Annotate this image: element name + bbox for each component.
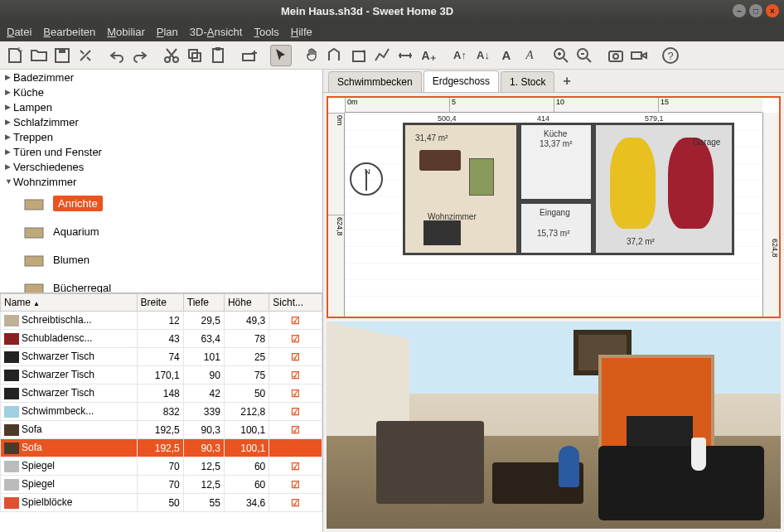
open-button[interactable] <box>28 45 50 66</box>
catalog-item-shelf[interactable]: Bücherregal <box>0 273 322 293</box>
tab-1-stock[interactable]: 1. Stock <box>501 71 554 92</box>
plan-view[interactable]: 0m51015 0m624,8 624,8 N 500,4 414 579,1 … <box>327 96 781 318</box>
col-2[interactable]: Tiefe <box>183 294 224 312</box>
vase-3d <box>559 446 579 487</box>
col-0[interactable]: Name <box>1 294 138 312</box>
table-row[interactable]: Schreibtischla...1229,549,3☑ <box>1 312 322 330</box>
category-badezimmer[interactable]: ▶Badezimmer <box>0 70 322 85</box>
menu-mobiliar[interactable]: Mobiliar <box>107 26 145 38</box>
catalog-item-aquarium[interactable]: Aquarium <box>0 217 322 245</box>
menu-3d-ansicht[interactable]: 3D-Ansicht <box>190 26 243 38</box>
create-text-tool[interactable]: A₊ <box>418 45 439 66</box>
add-furniture-button[interactable] <box>239 45 260 66</box>
room-area: 31,47 m² <box>415 133 448 143</box>
rug-icon[interactable] <box>469 158 494 196</box>
dimension-label: 414 <box>535 114 551 123</box>
create-walls-tool[interactable] <box>325 45 346 66</box>
close-button[interactable]: × <box>766 4 779 17</box>
menu-plan[interactable]: Plan <box>157 26 178 38</box>
text-bold-button[interactable]: A <box>496 45 517 66</box>
table-row[interactable]: Sofa192,590,3100,1☑ <box>1 439 322 457</box>
visible-checkbox[interactable]: ☑ <box>291 497 300 509</box>
table-row[interactable]: Schwimmbeck...832339212,8☑ <box>1 403 322 421</box>
furniture-list[interactable]: NameBreiteTiefeHöheSicht...Schreibtischl… <box>0 293 322 532</box>
category-schlafzimmer[interactable]: ▶Schlafzimmer <box>0 114 322 129</box>
aquarium-icon <box>22 221 46 241</box>
table-row[interactable]: Schubladensc...4363,478☑ <box>1 330 322 348</box>
create-polyline-tool[interactable] <box>371 45 393 66</box>
category-treppen[interactable]: ▶Treppen <box>0 129 322 144</box>
create-room-tool[interactable] <box>348 45 370 66</box>
visible-checkbox[interactable]: ☑ <box>291 351 300 363</box>
table-row[interactable]: Spielblöcke505534,6☑ <box>1 494 322 512</box>
table-row[interactable]: Schwarzer Tisch1484250☑ <box>1 384 322 403</box>
menu-tools[interactable]: Tools <box>254 26 278 38</box>
room-label: Garage <box>693 138 720 147</box>
text-italic-button[interactable]: A <box>519 45 540 66</box>
zoom-in-button[interactable] <box>550 45 572 66</box>
visible-checkbox[interactable]: ☑ <box>291 424 300 436</box>
table-row[interactable]: Spiegel7012,560☑ <box>1 476 322 494</box>
redo-button[interactable] <box>129 45 151 66</box>
furniture-catalog[interactable]: ▶Badezimmer▶Küche▶Lampen▶Schlafzimmer▶Tr… <box>0 70 322 293</box>
undo-button[interactable] <box>106 45 128 66</box>
visible-checkbox[interactable]: ☑ <box>291 370 300 381</box>
bottle-3d <box>691 438 706 471</box>
cut-button[interactable] <box>161 45 182 66</box>
category-wohnzimmer[interactable]: ▼Wohnzimmer <box>0 174 322 189</box>
paste-button[interactable] <box>207 45 229 66</box>
add-level-button[interactable]: + <box>556 70 577 92</box>
menu-bearbeiten[interactable]: Bearbeiten <box>43 26 95 38</box>
ruler-vertical-left: 0m624,8 <box>328 113 345 317</box>
catalog-item-flowers[interactable]: Blumen <box>0 245 322 273</box>
tab-schwimmbecken[interactable]: Schwimmbecken <box>328 71 422 92</box>
visible-checkbox[interactable]: ☑ <box>291 333 300 345</box>
maximize-button[interactable]: □ <box>749 4 762 17</box>
col-4[interactable]: Sicht... <box>269 294 322 312</box>
table-row[interactable]: Schwarzer Tisch7410125☑ <box>1 348 322 366</box>
col-1[interactable]: Breite <box>137 294 183 312</box>
tab-erdgeschoss[interactable]: Erdgeschoss <box>423 70 499 92</box>
category-lampen[interactable]: ▶Lampen <box>0 99 322 114</box>
menu-datei[interactable]: Datei <box>7 26 31 38</box>
minimize-button[interactable]: – <box>733 4 746 17</box>
select-tool[interactable] <box>270 45 292 66</box>
video-button[interactable] <box>628 45 650 66</box>
preferences-button[interactable] <box>75 45 96 66</box>
visible-checkbox[interactable]: ☑ <box>291 461 300 472</box>
table-row[interactable]: Spiegel7012,560☑ <box>1 457 322 476</box>
category-türen-und-fenster[interactable]: ▶Türen und Fenster <box>0 144 322 159</box>
window-title: Mein Haus.sh3d - Sweet Home 3D <box>5 5 729 17</box>
table-icon[interactable] <box>423 220 461 245</box>
visible-checkbox[interactable]: ☑ <box>291 443 300 454</box>
help-button[interactable]: ? <box>660 45 681 66</box>
menu-hilfe[interactable]: Hilfe <box>291 26 312 38</box>
photo-button[interactable] <box>605 45 627 66</box>
room-area: 13,37 m² <box>540 139 572 148</box>
svg-rect-18 <box>25 228 43 238</box>
col-3[interactable]: Höhe <box>224 294 269 312</box>
svg-text:?: ? <box>667 50 673 62</box>
new-button[interactable] <box>5 45 27 66</box>
copy-button[interactable] <box>184 45 206 66</box>
view-3d[interactable] <box>327 322 781 529</box>
visible-checkbox[interactable]: ☑ <box>291 315 300 326</box>
visible-checkbox[interactable]: ☑ <box>291 479 300 491</box>
visible-checkbox[interactable]: ☑ <box>291 388 300 399</box>
pan-tool[interactable] <box>302 45 323 66</box>
save-button[interactable] <box>51 45 73 66</box>
text-increase-button[interactable]: A↑ <box>449 45 471 66</box>
room-area: 15,73 m² <box>537 229 569 238</box>
zoom-out-button[interactable] <box>573 45 595 66</box>
category-verschiedenes[interactable]: ▶Verschiedenes <box>0 159 322 174</box>
category-küche[interactable]: ▶Küche <box>0 85 322 99</box>
room-label: Küche <box>544 129 567 138</box>
table-row[interactable]: Sofa192,590,3100,1☑ <box>1 421 322 439</box>
table-row[interactable]: Schwarzer Tisch170,19075☑ <box>1 366 322 384</box>
text-decrease-button[interactable]: A↓ <box>472 45 494 66</box>
room-area: 37,2 m² <box>627 237 655 246</box>
visible-checkbox[interactable]: ☑ <box>291 406 300 418</box>
create-dimension-tool[interactable] <box>394 45 416 66</box>
catalog-item-dresser[interactable]: Anrichte <box>0 189 322 217</box>
sofa-icon[interactable] <box>419 150 461 171</box>
